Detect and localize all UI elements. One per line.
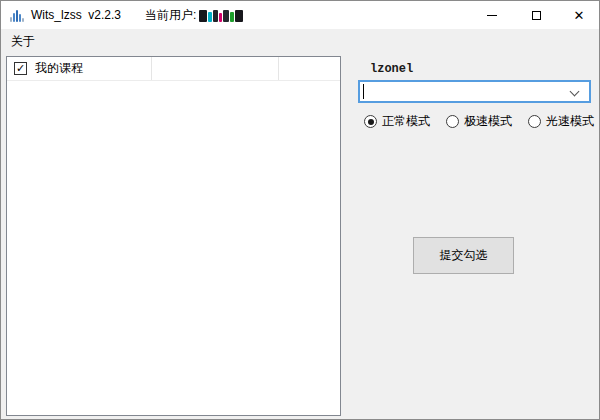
radio-circle-icon (446, 115, 459, 128)
close-icon: ✕ (574, 9, 585, 22)
caption-buttons: ✕ (469, 1, 599, 29)
window-title: Wits_lzss v2.2.3 (31, 8, 121, 22)
course-combobox[interactable] (358, 80, 591, 103)
course-listview[interactable]: ✓ 我的课程 (6, 56, 341, 416)
chevron-down-icon[interactable] (570, 87, 580, 97)
radio-label: 正常模式 (382, 113, 430, 130)
radio-label: 极速模式 (464, 113, 512, 130)
maximize-button[interactable] (514, 1, 559, 29)
column-separator (278, 57, 279, 80)
mode-radio-group: 正常模式 极速模式 光速模式 (364, 113, 594, 130)
minimize-icon (487, 15, 497, 16)
select-all-checkbox[interactable]: ✓ (14, 62, 27, 75)
radio-circle-icon (364, 115, 377, 128)
column-separator (151, 57, 152, 80)
radio-normal-mode[interactable]: 正常模式 (364, 113, 430, 130)
menu-bar: 关于 (1, 29, 599, 54)
radio-fast-mode[interactable]: 极速模式 (446, 113, 512, 130)
combo-label: lzonel (370, 62, 413, 76)
minimize-button[interactable] (469, 1, 514, 29)
radio-label: 光速模式 (546, 113, 594, 130)
column-header-my-courses[interactable]: 我的课程 (35, 60, 83, 77)
listview-header: ✓ 我的课程 (7, 57, 340, 81)
combobox-input[interactable] (362, 83, 567, 100)
maximize-icon (532, 11, 541, 20)
close-button[interactable]: ✕ (559, 1, 599, 29)
app-waveform-icon (10, 9, 24, 22)
submit-selection-button[interactable]: 提交勾选 (413, 237, 514, 274)
current-user-label: 当前用户: (145, 7, 196, 24)
title-bar: Wits_lzss v2.2.3 当前用户: ✕ (1, 1, 599, 29)
radio-circle-icon (528, 115, 541, 128)
radio-light-mode[interactable]: 光速模式 (528, 113, 594, 130)
text-caret (363, 84, 364, 99)
current-user-redacted (199, 9, 243, 22)
app-window: Wits_lzss v2.2.3 当前用户: ✕ 关于 ✓ 我的课程 lzo (0, 0, 600, 420)
menu-item-about[interactable]: 关于 (1, 29, 45, 54)
